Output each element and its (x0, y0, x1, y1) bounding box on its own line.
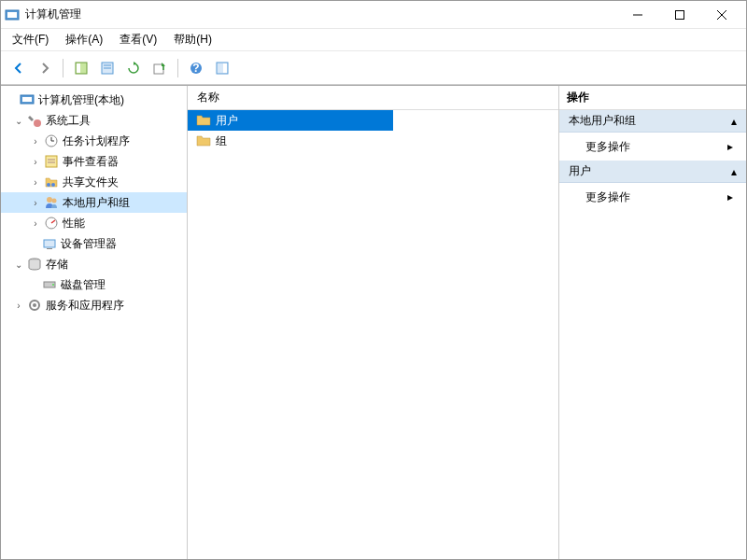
forward-button[interactable] (33, 56, 57, 80)
svg-rect-17 (22, 97, 32, 102)
list-item-label: 用户 (216, 113, 238, 129)
list-pane: 名称 用户 组 (188, 86, 559, 559)
tree-storage[interactable]: ⌄ 存储 (1, 254, 187, 274)
svg-rect-3 (675, 10, 684, 19)
tree-label: 计算机管理(本地) (38, 92, 124, 108)
users-icon (44, 195, 59, 210)
svg-point-28 (52, 199, 57, 203)
back-button[interactable] (7, 56, 31, 80)
column-name-label: 名称 (197, 90, 219, 105)
arrow-right-icon: ▸ (727, 140, 733, 153)
chevron-right-icon[interactable]: › (29, 155, 42, 168)
actions-header: 操作 (559, 86, 746, 110)
svg-point-18 (34, 119, 41, 127)
actions-more-2[interactable]: 更多操作 ▸ (559, 183, 746, 211)
tree-services-apps[interactable]: › 服务和应用程序 (1, 295, 187, 315)
chevron-down-icon[interactable]: ⌄ (12, 114, 25, 127)
tree-system-tools[interactable]: ⌄ 系统工具 (1, 110, 187, 131)
tree-label: 共享文件夹 (63, 175, 119, 190)
svg-point-25 (47, 183, 50, 187)
svg-point-34 (52, 284, 54, 286)
tree-label: 服务和应用程序 (46, 298, 124, 314)
list-item-users[interactable]: 用户 (188, 110, 393, 131)
chevron-down-icon[interactable]: ⌄ (12, 258, 25, 271)
performance-icon (44, 216, 59, 231)
tree-label: 任务计划程序 (63, 133, 130, 149)
menu-action[interactable]: 操作(A) (58, 30, 110, 49)
tree-label: 本地用户和组 (63, 195, 130, 211)
chevron-right-icon[interactable]: › (29, 175, 42, 189)
section-label: 本地用户和组 (569, 113, 636, 129)
action-label: 更多操作 (585, 139, 630, 155)
refresh-button[interactable] (121, 56, 146, 80)
collapse-icon: ▴ (731, 165, 737, 178)
storage-icon (27, 257, 42, 272)
tree-label: 事件查看器 (63, 154, 119, 170)
section-label: 用户 (569, 163, 591, 179)
tree-label: 磁盘管理 (61, 277, 106, 293)
show-hide-tree-button[interactable] (69, 56, 93, 80)
content-area: 计算机管理(本地) ⌄ 系统工具 › 任务计划程序 › 事件查看器 › 共享文件… (1, 85, 746, 559)
chevron-right-icon[interactable]: › (12, 299, 25, 312)
tree-local-users-groups[interactable]: › 本地用户和组 (1, 192, 187, 213)
list-column-header[interactable]: 名称 (188, 86, 558, 110)
close-button[interactable] (700, 2, 742, 28)
services-icon (27, 298, 42, 313)
help-button[interactable]: ? (184, 56, 208, 80)
chevron-right-icon[interactable]: › (29, 217, 42, 230)
menubar: 文件(F) 操作(A) 查看(V) 帮助(H) (1, 29, 746, 51)
shared-folder-icon (44, 175, 59, 189)
clock-icon (44, 133, 59, 148)
menu-file[interactable]: 文件(F) (5, 30, 56, 49)
tree-device-manager[interactable]: 设备管理器 (1, 233, 187, 254)
svg-rect-1 (7, 12, 17, 18)
tree-disk-management[interactable]: 磁盘管理 (1, 274, 187, 295)
disk-icon (42, 277, 57, 292)
folder-icon (195, 113, 212, 128)
arrow-right-icon: ▸ (727, 190, 733, 203)
toolbar-separator (177, 59, 178, 77)
chevron-right-icon[interactable]: › (29, 134, 42, 147)
svg-point-27 (47, 197, 52, 203)
svg-rect-15 (223, 63, 227, 73)
svg-text:?: ? (192, 62, 199, 75)
actions-section-local-users[interactable]: 本地用户和组 ▴ (559, 110, 746, 133)
expander-icon (5, 93, 18, 106)
list-item-groups[interactable]: 组 (188, 131, 558, 151)
window-title: 计算机管理 (25, 7, 616, 22)
properties-button[interactable] (95, 56, 120, 80)
svg-rect-31 (47, 248, 52, 249)
menu-view[interactable]: 查看(V) (112, 30, 164, 49)
tree-task-scheduler[interactable]: › 任务计划程序 (1, 131, 187, 151)
toolbar: ? (1, 51, 746, 85)
titlebar: 计算机管理 (1, 1, 746, 29)
event-icon (44, 154, 59, 169)
tree-label: 设备管理器 (61, 236, 117, 252)
app-icon (5, 7, 20, 22)
tree-event-viewer[interactable]: › 事件查看器 (1, 151, 187, 172)
export-button[interactable] (148, 56, 172, 80)
action-label: 更多操作 (585, 189, 630, 205)
tree-label: 系统工具 (46, 113, 91, 129)
svg-rect-30 (44, 240, 55, 247)
folder-icon (195, 133, 212, 148)
menu-help[interactable]: 帮助(H) (166, 30, 219, 49)
svg-rect-22 (46, 156, 57, 167)
chevron-right-icon[interactable]: › (29, 196, 42, 209)
tree-label: 性能 (63, 216, 85, 231)
tree-performance[interactable]: › 性能 (1, 213, 187, 233)
computer-icon (20, 92, 35, 107)
actions-section-users[interactable]: 用户 ▴ (559, 161, 746, 183)
actions-more-1[interactable]: 更多操作 ▸ (559, 133, 746, 161)
tree-pane: 计算机管理(本地) ⌄ 系统工具 › 任务计划程序 › 事件查看器 › 共享文件… (1, 86, 188, 559)
toolbar-separator (63, 59, 63, 77)
actions-pane: 操作 本地用户和组 ▴ 更多操作 ▸ 用户 ▴ 更多操作 ▸ (559, 86, 746, 559)
tree-root[interactable]: 计算机管理(本地) (1, 90, 187, 110)
svg-point-26 (51, 183, 55, 187)
list-item-label: 组 (216, 133, 227, 149)
minimize-button[interactable] (616, 2, 658, 28)
action-pane-button[interactable] (210, 56, 234, 80)
maximize-button[interactable] (658, 2, 700, 28)
tree-shared-folders[interactable]: › 共享文件夹 (1, 172, 187, 192)
device-icon (42, 236, 57, 251)
